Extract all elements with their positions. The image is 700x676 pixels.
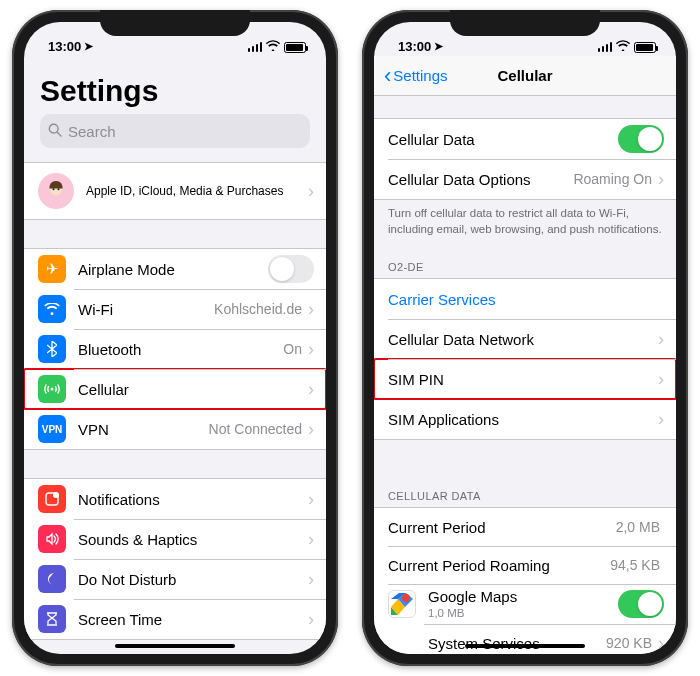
notch (100, 10, 250, 36)
avatar (38, 173, 74, 209)
moon-icon (38, 565, 66, 593)
vpn-icon: VPN (38, 415, 66, 443)
gmaps-row[interactable]: Google Maps 1,0 MB (374, 584, 676, 624)
current-period-label: Current Period (388, 519, 616, 536)
bluetooth-value: On (283, 341, 302, 357)
bluetooth-icon (38, 335, 66, 363)
cellular-footer: Turn off cellular data to restrict all d… (374, 200, 676, 247)
cell-signal-icon (598, 42, 613, 52)
carrier-header: O2-DE (374, 247, 676, 278)
chevron-right-icon: › (658, 329, 664, 350)
chevron-right-icon: › (308, 569, 314, 590)
sim-apps-row[interactable]: SIM Applications › (374, 399, 676, 439)
location-icon: ➤ (84, 40, 93, 53)
chevron-right-icon: › (658, 633, 664, 654)
chevron-right-icon: › (658, 369, 664, 390)
system-services-row[interactable]: System Services 920 KB › (374, 624, 676, 654)
home-indicator[interactable] (115, 644, 235, 649)
cellular-data-network-row[interactable]: Cellular Data Network › (374, 319, 676, 359)
notifications-label: Notifications (78, 491, 306, 508)
screen-cellular: 13:00 ➤ ‹ Settings Cellular Cellula (374, 22, 676, 654)
svg-point-6 (51, 388, 54, 391)
location-icon: ➤ (434, 40, 443, 53)
current-period-row: Current Period 2,0 MB (374, 508, 676, 546)
screentime-row[interactable]: Screen Time › (24, 599, 326, 639)
chevron-right-icon: › (308, 181, 314, 202)
roaming-value: 94,5 KB (610, 557, 660, 573)
gmaps-label: Google Maps (428, 589, 618, 606)
notifications-icon (38, 485, 66, 513)
home-indicator[interactable] (465, 644, 585, 649)
page-title: Settings (24, 56, 326, 114)
svg-point-8 (53, 492, 59, 498)
roaming-row: Current Period Roaming 94,5 KB (374, 546, 676, 584)
gmaps-sub: 1,0 MB (428, 607, 618, 619)
wifi-value: Kohlscheid.de (214, 301, 302, 317)
apple-id-label: Apple ID, iCloud, Media & Purchases (86, 184, 306, 198)
options-value: Roaming On (573, 171, 652, 187)
sounds-icon (38, 525, 66, 553)
sounds-row[interactable]: Sounds & Haptics › (24, 519, 326, 559)
chevron-right-icon: › (658, 409, 664, 430)
phone-left: 13:00 ➤ Settings Search (12, 10, 338, 666)
svg-point-15 (402, 594, 410, 602)
roaming-label: Current Period Roaming (388, 557, 610, 574)
cellular-icon (38, 375, 66, 403)
data-header: CELLULAR DATA (374, 476, 676, 507)
current-period-value: 2,0 MB (616, 519, 660, 535)
dnd-row[interactable]: Do Not Disturb › (24, 559, 326, 599)
status-time: 13:00 (398, 39, 431, 54)
chevron-right-icon: › (308, 339, 314, 360)
search-input[interactable]: Search (40, 114, 310, 148)
chevron-right-icon: › (308, 529, 314, 550)
screen-settings: 13:00 ➤ Settings Search (24, 22, 326, 654)
vpn-row[interactable]: VPN VPN Not Connected › (24, 409, 326, 449)
cellular-data-toggle[interactable] (618, 125, 664, 153)
chevron-left-icon: ‹ (384, 63, 391, 89)
airplane-mode-row[interactable]: ✈ Airplane Mode (24, 249, 326, 289)
wifi-settings-icon (38, 295, 66, 323)
vpn-label: VPN (78, 421, 209, 438)
nav-title: Cellular (497, 67, 552, 84)
sim-pin-row[interactable]: SIM PIN › (374, 359, 676, 399)
dnd-label: Do Not Disturb (78, 571, 306, 588)
cellular-label: Cellular (78, 381, 306, 398)
battery-icon (634, 42, 656, 53)
chevron-right-icon: › (308, 299, 314, 320)
sim-apps-label: SIM Applications (388, 411, 656, 428)
search-icon (48, 123, 62, 140)
wifi-row[interactable]: Wi-Fi Kohlscheid.de › (24, 289, 326, 329)
cdn-label: Cellular Data Network (388, 331, 656, 348)
gmaps-toggle[interactable] (618, 590, 664, 618)
chevron-right-icon: › (308, 489, 314, 510)
carrier-services-row[interactable]: Carrier Services (374, 279, 676, 319)
svg-point-5 (58, 188, 60, 190)
cell-signal-icon (248, 42, 263, 52)
battery-icon (284, 42, 306, 53)
svg-point-4 (53, 188, 55, 190)
cellular-options-row[interactable]: Cellular Data Options Roaming On › (374, 159, 676, 199)
wifi-icon (616, 40, 630, 54)
back-button[interactable]: ‹ Settings (382, 56, 448, 95)
chevron-right-icon: › (308, 379, 314, 400)
phone-right: 13:00 ➤ ‹ Settings Cellular Cellula (362, 10, 688, 666)
carrier-services-label: Carrier Services (388, 291, 664, 308)
cellular-data-label: Cellular Data (388, 131, 618, 148)
sim-pin-label: SIM PIN (388, 371, 656, 388)
sounds-label: Sounds & Haptics (78, 531, 306, 548)
cellular-row[interactable]: Cellular › (24, 369, 326, 409)
cellular-data-row[interactable]: Cellular Data (374, 119, 676, 159)
vpn-value: Not Connected (209, 421, 302, 437)
chevron-right-icon: › (658, 169, 664, 190)
airplane-toggle[interactable] (268, 255, 314, 283)
notifications-row[interactable]: Notifications › (24, 479, 326, 519)
apple-id-row[interactable]: Apple ID, iCloud, Media & Purchases › (24, 163, 326, 219)
hourglass-icon (38, 605, 66, 633)
status-time: 13:00 (48, 39, 81, 54)
bluetooth-row[interactable]: Bluetooth On › (24, 329, 326, 369)
chevron-right-icon: › (308, 609, 314, 630)
system-value: 920 KB (606, 635, 652, 651)
airplane-icon: ✈ (38, 255, 66, 283)
back-label: Settings (393, 67, 447, 84)
svg-line-1 (57, 132, 61, 136)
